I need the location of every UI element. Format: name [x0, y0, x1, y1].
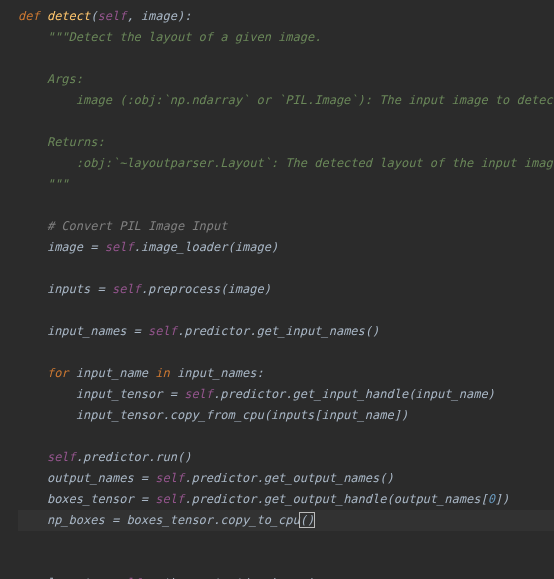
function-name: detect [47, 9, 90, 23]
self-ref: self [105, 240, 134, 254]
code-line [18, 198, 47, 212]
number-literal: 0 [488, 492, 495, 506]
comment: # Convert PIL Image Input [47, 219, 228, 233]
code-line: output_names = self.predictor.get_output… [18, 471, 394, 485]
code-line: boxes_tensor = self.predictor.get_output… [18, 492, 509, 506]
code-line [18, 345, 47, 359]
code-line [18, 51, 47, 65]
code-line: Args: [18, 72, 83, 86]
code-line: input_tensor.copy_from_cpu(inputs[input_… [18, 408, 408, 422]
code-text: .predictor.get_input_handle(input_name) [213, 387, 495, 401]
code-text: .preprocess(image) [141, 282, 271, 296]
code-text: .predictor.run() [76, 450, 192, 464]
code-text: ]) [495, 492, 509, 506]
code-line: Returns: [18, 135, 105, 149]
code-line: """ [18, 177, 69, 191]
code-line: """Detect the layout of a given image. [18, 30, 321, 44]
code-line [18, 429, 47, 443]
self-ref: self [148, 324, 177, 338]
comma: , [126, 9, 140, 23]
code-line: self.predictor.run() [18, 450, 191, 464]
code-text: input_name [76, 366, 155, 380]
code-text: .predictor.get_output_names() [184, 471, 394, 485]
docstring: :obj:`~layoutparser.Layout`: The detecte… [47, 156, 554, 170]
code-line [18, 261, 47, 275]
docstring: """ [47, 177, 69, 191]
docstring: Returns: [47, 135, 105, 149]
code-line [18, 303, 47, 317]
code-text: output_names = [47, 471, 155, 485]
code-line: image (:obj:`np.ndarray` or `PIL.Image`)… [18, 93, 554, 107]
keyword-def: def [18, 9, 47, 23]
code-line [18, 114, 47, 128]
code-line-active: np_boxes = boxes_tensor.copy_to_cpu() [18, 510, 554, 531]
code-line: for input_name in input_names: [18, 366, 264, 380]
code-text: input_tensor = [76, 387, 184, 401]
code-line: image = self.image_loader(image) [18, 240, 278, 254]
self-ref: self [184, 387, 213, 401]
code-line: # Convert PIL Image Input [18, 219, 228, 233]
self-ref: self [112, 282, 141, 296]
self-ref: self [47, 450, 76, 464]
code-text: .predictor.get_input_names() [177, 324, 379, 338]
code-text: .image_loader(image) [134, 240, 279, 254]
docstring: Args: [47, 72, 83, 86]
code-line: def detect(self, image): [18, 9, 191, 23]
code-text: image = [47, 240, 105, 254]
code-text: input_names: [177, 366, 264, 380]
code-text: .predictor.get_output_handle(output_name… [184, 492, 487, 506]
docstring: """Detect the layout of a given image. [47, 30, 322, 44]
code-line: :obj:`~layoutparser.Layout`: The detecte… [18, 156, 554, 170]
code-text: inputs = [47, 282, 112, 296]
code-editor[interactable]: def detect(self, image): """Detect the l… [18, 6, 554, 579]
cursor-position: () [300, 513, 314, 527]
param-image: image [141, 9, 177, 23]
self-ref: self [155, 492, 184, 506]
code-text: np_boxes = boxes_tensor.copy_to_cpu [47, 513, 300, 527]
code-text: boxes_tensor = [47, 492, 155, 506]
code-line [18, 555, 47, 569]
keyword-in: in [155, 366, 177, 380]
self-ref: self [155, 471, 184, 485]
code-line: input_names = self.predictor.get_input_n… [18, 324, 379, 338]
code-line: input_tensor = self.predictor.get_input_… [18, 387, 495, 401]
paren-close: ): [177, 9, 191, 23]
code-text: input_tensor.copy_from_cpu(inputs[input_… [76, 408, 408, 422]
keyword-for: for [47, 366, 76, 380]
code-line: inputs = self.preprocess(image) [18, 282, 271, 296]
paren: ( [90, 9, 97, 23]
param-self: self [98, 9, 127, 23]
code-text: input_names = [47, 324, 148, 338]
docstring: image (:obj:`np.ndarray` or `PIL.Image`)… [47, 93, 554, 107]
